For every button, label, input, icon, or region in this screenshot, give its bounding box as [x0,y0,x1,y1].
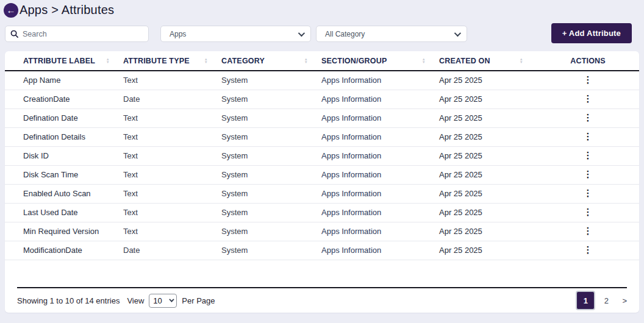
cell-actions: ⋮ [537,108,639,127]
add-attribute-button[interactable]: + Add Attribute [551,23,632,43]
cell-created: Apr 25 2025 [439,222,537,241]
cell-category: System [221,71,321,90]
row-actions-menu-icon[interactable]: ⋮ [584,113,593,122]
cell-label: Last Used Date [5,203,123,222]
cell-type: Text [123,203,221,222]
cell-created: Apr 25 2025 [439,146,537,165]
cell-label: Min Required Version [5,222,123,241]
column-header-attribute-label[interactable]: ATTRIBUTE LABEL▲▼ [5,51,123,71]
table-row: Defination DateTextSystemApps Informatio… [5,108,639,127]
next-page-button[interactable]: > [622,296,627,305]
cell-created: Apr 25 2025 [439,165,537,184]
cell-actions: ⋮ [537,146,639,165]
cell-actions: ⋮ [537,90,639,108]
cell-category: System [221,146,321,165]
sort-icon: ▲▼ [204,58,208,64]
cell-type: Date [123,90,221,108]
row-actions-menu-icon[interactable]: ⋮ [584,170,593,179]
cell-created: Apr 25 2025 [439,241,537,260]
cell-type: Text [123,146,221,165]
cell-section: Apps Information [321,146,439,165]
table-row: ModificationDateDateSystemApps Informati… [5,241,639,260]
cell-label: Enabled Auto Scan [5,184,123,203]
column-header-created-on[interactable]: CREATED ON▲▼ [439,51,537,71]
cell-label: CreationDate [5,90,123,108]
cell-type: Text [123,108,221,127]
arrow-left-icon: ← [7,5,16,15]
row-actions-menu-icon[interactable]: ⋮ [584,76,593,84]
cell-label: Disk Scan Time [5,165,123,184]
table-row: Enabled Auto ScanTextSystemApps Informat… [5,184,639,203]
sort-icon: ▲▼ [520,58,523,64]
cell-actions: ⋮ [537,241,639,260]
cell-type: Text [123,222,221,241]
search-icon [10,30,18,38]
column-label: CREATED ON [439,57,490,65]
search-box [5,26,149,42]
cell-type: Text [123,71,221,90]
cell-section: Apps Information [321,203,439,222]
footer-left: Showing 1 to 10 of 14 entries View 10 Pe… [17,294,215,308]
per-page-value: 10 [153,296,162,305]
cell-section: Apps Information [321,90,439,108]
table-row: Min Required VersionTextSystemApps Infor… [5,222,639,241]
row-actions-menu-icon[interactable]: ⋮ [584,94,593,103]
per-page-label: Per Page [182,296,215,305]
cell-type: Date [123,241,221,260]
column-header-section-group[interactable]: SECTION/GROUP▲▼ [321,51,439,71]
showing-entries-text: Showing 1 to 10 of 14 entries [17,296,120,305]
column-header-category[interactable]: CATEGORY▲▼ [221,51,321,71]
cell-actions: ⋮ [537,184,639,203]
row-actions-menu-icon[interactable]: ⋮ [584,227,593,235]
page-button-2[interactable]: 2 [598,292,615,309]
cell-actions: ⋮ [537,222,639,241]
column-header-actions: ACTIONS [537,51,639,71]
cell-created: Apr 25 2025 [439,203,537,222]
row-actions-menu-icon[interactable]: ⋮ [584,189,593,197]
cell-section: Apps Information [321,222,439,241]
row-actions-menu-icon[interactable]: ⋮ [584,208,593,216]
cell-type: Text [123,165,221,184]
cell-actions: ⋮ [537,165,639,184]
sort-icon: ▲▼ [304,58,308,64]
cell-created: Apr 25 2025 [439,108,537,127]
row-actions-menu-icon[interactable]: ⋮ [584,246,593,254]
sort-icon: ▲▼ [106,58,110,64]
cell-actions: ⋮ [537,127,639,146]
table-row: CreationDateDateSystemApps InformationAp… [5,90,639,108]
row-actions-menu-icon[interactable]: ⋮ [584,132,593,141]
table-row: Disk Scan TimeTextSystemApps Information… [5,165,639,184]
per-page-select[interactable]: 10 [149,294,177,308]
column-label: ATTRIBUTE TYPE [123,57,190,65]
page-title: Apps > Attributes [20,3,114,17]
cell-section: Apps Information [321,108,439,127]
table-row: Last Used DateTextSystemApps Information… [5,203,639,222]
cell-label: Defination Details [5,127,123,146]
search-input[interactable] [23,30,143,38]
sort-icon: ▲▼ [422,58,426,64]
apps-filter-select[interactable]: Apps [160,26,311,42]
cell-category: System [221,184,321,203]
chevron-down-icon [298,29,305,36]
attributes-table: ATTRIBUTE LABEL▲▼ATTRIBUTE TYPE▲▼CATEGOR… [5,51,639,260]
category-filter-value: All Category [325,30,365,38]
back-button[interactable]: ← [4,3,18,18]
cell-section: Apps Information [321,184,439,203]
category-filter-select[interactable]: All Category [316,26,467,42]
row-actions-menu-icon[interactable]: ⋮ [584,151,593,160]
cell-type: Text [123,184,221,203]
cell-label: App Name [5,71,123,90]
column-header-attribute-type[interactable]: ATTRIBUTE TYPE▲▼ [123,51,221,71]
table-header-row: ATTRIBUTE LABEL▲▼ATTRIBUTE TYPE▲▼CATEGOR… [5,51,639,71]
table-row: Defination DetailsTextSystemApps Informa… [5,127,639,146]
page-button-1[interactable]: 1 [577,292,594,309]
cell-category: System [221,222,321,241]
table-row: Disk IDTextSystemApps InformationApr 25 … [5,146,639,165]
chevron-down-icon [170,297,174,302]
cell-category: System [221,241,321,260]
cell-section: Apps Information [321,165,439,184]
column-label: ATTRIBUTE LABEL [23,57,95,65]
chevron-down-icon [454,29,461,36]
cell-label: ModificationDate [5,241,123,260]
cell-category: System [221,127,321,146]
